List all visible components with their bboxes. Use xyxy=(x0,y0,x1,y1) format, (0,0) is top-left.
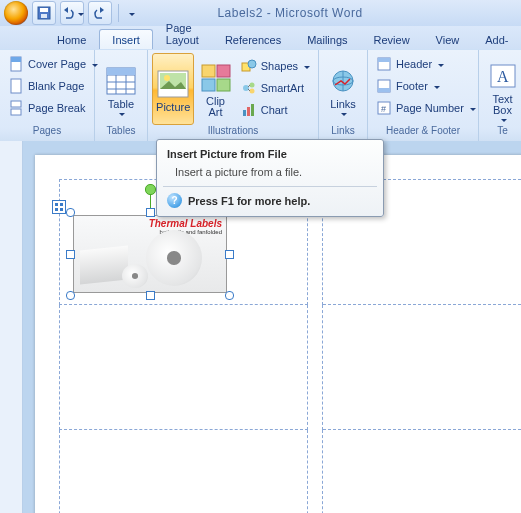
page-break-button[interactable]: Page Break xyxy=(4,98,89,118)
shapes-icon xyxy=(241,58,257,74)
svg-text:A: A xyxy=(497,68,509,85)
label: Clip Art xyxy=(206,96,225,118)
label: Links xyxy=(330,99,356,110)
group-text: A Text Box Te xyxy=(479,50,521,142)
group-header-footer: Header Footer # Page Number Header & Foo… xyxy=(368,50,479,142)
svg-rect-18 xyxy=(202,65,215,77)
tab-insert[interactable]: Insert xyxy=(99,29,153,49)
ribbon: Cover Page Blank Page Page Break Pages T… xyxy=(0,49,521,142)
page-number-button[interactable]: # Page Number xyxy=(372,98,480,118)
blank-page-icon xyxy=(8,78,24,94)
svg-point-23 xyxy=(248,60,256,68)
chevron-down-icon xyxy=(78,13,84,16)
label: Cover Page xyxy=(28,58,86,70)
tab-mailings[interactable]: Mailings xyxy=(294,29,360,49)
resize-handle-r[interactable] xyxy=(225,250,234,259)
separator xyxy=(163,186,377,187)
links-button[interactable]: Links xyxy=(323,53,363,125)
svg-rect-21 xyxy=(217,79,230,91)
header-icon xyxy=(376,56,392,72)
resize-handle-t[interactable] xyxy=(146,208,155,217)
label-cell[interactable] xyxy=(323,430,522,514)
label: Chart xyxy=(261,104,288,116)
chevron-down-icon xyxy=(341,113,347,116)
tooltip-title: Insert Picture from File xyxy=(167,148,373,160)
label-roll-large xyxy=(146,230,202,286)
group-label: Header & Footer xyxy=(368,125,478,142)
smartart-button[interactable]: SmartArt xyxy=(237,78,314,98)
shapes-button[interactable]: Shapes xyxy=(237,56,314,76)
label: Shapes xyxy=(261,60,298,72)
chevron-down-icon xyxy=(438,64,444,67)
table-button[interactable]: Table xyxy=(99,53,143,125)
tab-home[interactable]: Home xyxy=(44,29,99,49)
chevron-down-icon xyxy=(92,64,98,67)
svg-point-25 xyxy=(249,83,254,88)
links-icon xyxy=(327,65,359,97)
svg-point-24 xyxy=(243,85,249,91)
svg-point-26 xyxy=(249,89,254,94)
resize-handle-b[interactable] xyxy=(146,291,155,300)
svg-point-17 xyxy=(164,75,170,81)
clip-art-button[interactable]: Clip Art xyxy=(194,53,236,125)
cover-page-button[interactable]: Cover Page xyxy=(4,54,102,74)
tooltip-help-row: ? Press F1 for more help. xyxy=(167,193,373,208)
label-cell[interactable] xyxy=(323,305,522,430)
chevron-down-icon xyxy=(470,108,476,111)
blank-page-button[interactable]: Blank Page xyxy=(4,76,88,96)
svg-rect-1 xyxy=(40,8,48,12)
resize-handle-br[interactable] xyxy=(225,291,234,300)
footer-button[interactable]: Footer xyxy=(372,76,444,96)
resize-handle-l[interactable] xyxy=(66,250,75,259)
anchor-icon[interactable] xyxy=(52,200,66,214)
vertical-ruler[interactable] xyxy=(0,141,23,513)
rotation-stem xyxy=(150,193,151,208)
group-pages: Cover Page Blank Page Page Break Pages xyxy=(0,50,95,142)
group-links: Links Links xyxy=(319,50,368,142)
svg-rect-31 xyxy=(251,104,254,116)
qat-save-button[interactable] xyxy=(32,1,56,25)
tab-references[interactable]: References xyxy=(212,29,294,49)
text-box-button[interactable]: A Text Box xyxy=(483,53,521,125)
qat-customize-icon[interactable] xyxy=(129,13,135,16)
chart-button[interactable]: Chart xyxy=(237,100,314,120)
label: Blank Page xyxy=(28,80,84,92)
text-box-icon: A xyxy=(487,60,519,92)
selected-picture[interactable]: Thermal Labels both rolls and fanfolded xyxy=(66,208,234,300)
labels-table[interactable]: Thermal Labels both rolls and fanfolded xyxy=(59,179,521,513)
label: Picture xyxy=(156,102,190,113)
picture-button[interactable]: Picture xyxy=(152,53,194,125)
label-cell[interactable] xyxy=(60,305,308,430)
label: Page Number xyxy=(396,102,464,114)
save-icon xyxy=(36,5,52,21)
svg-rect-4 xyxy=(11,57,21,62)
clip-art-icon xyxy=(200,62,232,94)
label-roll-small xyxy=(122,264,148,288)
tab-view[interactable]: View xyxy=(423,29,473,49)
label: Text Box xyxy=(492,94,512,116)
group-label: Te xyxy=(479,125,521,142)
resize-handle-tl[interactable] xyxy=(66,208,75,217)
svg-rect-19 xyxy=(217,65,230,77)
svg-rect-7 xyxy=(11,109,21,115)
svg-rect-29 xyxy=(243,110,246,116)
table-icon xyxy=(105,65,137,97)
tab-addins[interactable]: Add- xyxy=(472,29,521,49)
tooltip: Insert Picture from File Insert a pictur… xyxy=(156,139,384,217)
ribbon-tabs: Home Insert Page Layout References Maili… xyxy=(0,26,521,49)
svg-rect-30 xyxy=(247,107,250,116)
svg-rect-36 xyxy=(378,58,390,62)
chevron-down-icon xyxy=(501,119,507,122)
resize-handle-bl[interactable] xyxy=(66,291,75,300)
tab-page-layout[interactable]: Page Layout xyxy=(153,17,212,49)
header-button[interactable]: Header xyxy=(372,54,448,74)
svg-rect-2 xyxy=(41,14,47,18)
svg-rect-20 xyxy=(202,79,215,91)
label-stack xyxy=(80,245,128,284)
office-button[interactable] xyxy=(4,1,28,25)
chevron-down-icon xyxy=(304,66,310,69)
rotation-handle[interactable] xyxy=(145,184,156,195)
picture-icon xyxy=(157,68,189,100)
tab-review[interactable]: Review xyxy=(361,29,423,49)
label-cell[interactable] xyxy=(60,430,308,514)
